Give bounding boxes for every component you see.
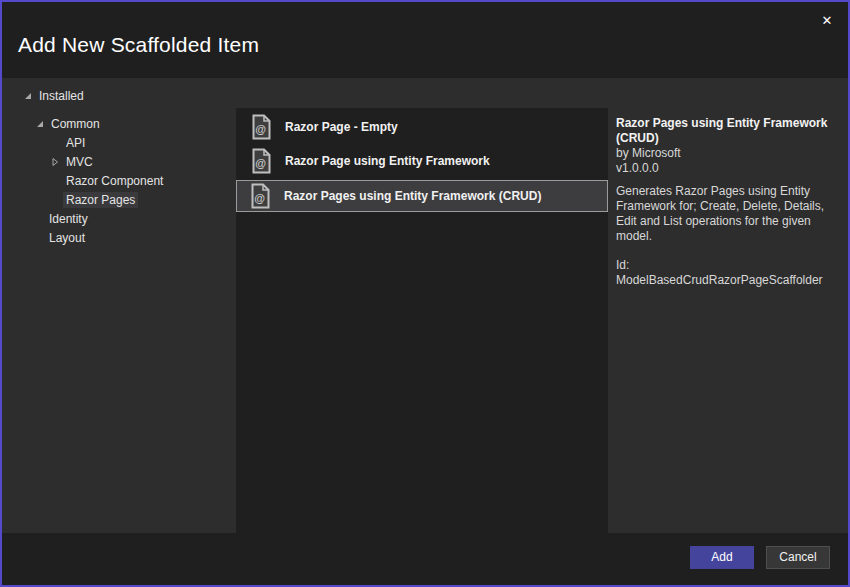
expander-expanded-icon[interactable] [35,119,48,129]
list-item-label: Razor Page using Entity Framework [285,154,490,168]
razor-page-icon: @ [250,183,271,209]
list-item-label: Razor Page - Empty [285,120,398,134]
details-author: by Microsoft [616,146,836,161]
razor-page-icon: @ [251,148,272,174]
details-panel: Razor Pages using Entity Framework (CRUD… [608,108,848,288]
tree-item-layout[interactable]: Layout [2,228,236,247]
template-list: @ Razor Page - Empty @ Razor Page using … [236,108,608,533]
details-title: Razor Pages using Entity Framework (CRUD… [616,116,836,146]
tree-item-common[interactable]: Common [2,114,236,133]
dialog-title: Add New Scaffolded Item [18,33,259,57]
list-item-razor-page-empty[interactable]: @ Razor Page - Empty [236,112,608,142]
dialog-content: Installed Common API MVC Razor Component [2,78,848,533]
tree-item-label: Installed [36,88,87,104]
expander-collapsed-icon[interactable] [50,157,63,167]
add-button[interactable]: Add [690,546,754,569]
details-column: Razor Pages using Entity Framework (CRUD… [608,78,848,533]
svg-text:@: @ [255,157,266,169]
category-tree: Installed Common API MVC Razor Component [2,78,236,533]
tree-item-label: Common [48,116,103,132]
details-description: Generates Razor Pages using Entity Frame… [616,184,836,244]
list-item-razor-page-ef[interactable]: @ Razor Page using Entity Framework [236,146,608,176]
tree-item-razor-component[interactable]: Razor Component [2,171,236,190]
list-item-label: Razor Pages using Entity Framework (CRUD… [284,189,541,203]
close-button[interactable]: ✕ [811,7,843,34]
tree-item-identity[interactable]: Identity [2,209,236,228]
close-icon: ✕ [822,13,833,28]
tree-item-api[interactable]: API [2,133,236,152]
tree-item-installed[interactable]: Installed [2,86,236,105]
cancel-button[interactable]: Cancel [766,546,830,569]
template-list-column: @ Razor Page - Empty @ Razor Page using … [236,78,608,533]
svg-text:@: @ [255,123,266,135]
svg-text:@: @ [254,192,265,204]
tree-item-label: MVC [63,154,96,170]
expander-expanded-icon[interactable] [23,91,36,101]
details-version: v1.0.0.0 [616,161,836,176]
dialog-footer: Add Cancel [2,533,848,585]
razor-page-icon: @ [251,114,272,140]
add-new-scaffolded-item-dialog: Add New Scaffolded Item ✕ Installed Comm… [0,0,850,587]
dialog-titlebar: Add New Scaffolded Item ✕ [2,2,848,78]
tree-item-label: Identity [46,211,91,227]
list-item-razor-pages-ef-crud[interactable]: @ Razor Pages using Entity Framework (CR… [236,180,608,212]
tree-item-label-selected: Razor Pages [63,192,138,208]
tree-item-label: Razor Component [63,173,166,189]
tree-item-label: API [63,135,88,151]
tree-item-razor-pages[interactable]: Razor Pages [2,190,236,209]
tree-item-mvc[interactable]: MVC [2,152,236,171]
details-scaffolder-id: Id: ModelBasedCrudRazorPageScaffolder [616,258,836,288]
tree-item-label: Layout [46,230,88,246]
